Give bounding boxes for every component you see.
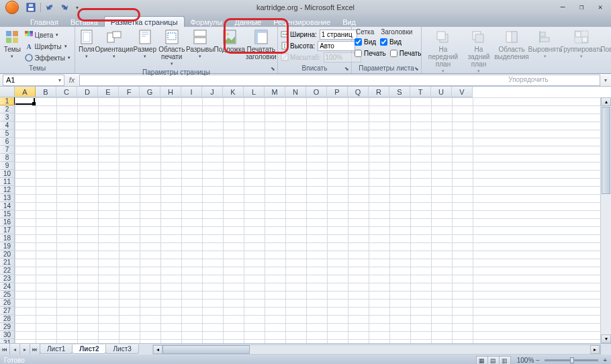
hscroll-thumb[interactable] [162, 345, 250, 354]
restore-button[interactable]: ❐ [573, 1, 590, 12]
row-header[interactable]: 24 [0, 283, 15, 291]
column-header[interactable]: S [389, 87, 410, 97]
row-header[interactable]: 23 [0, 275, 15, 283]
select-all-corner[interactable] [0, 87, 15, 97]
scroll-right-button[interactable]: ▸ [590, 345, 600, 354]
column-header[interactable]: P [327, 87, 348, 97]
size-button[interactable]: Размер▾ [133, 28, 157, 60]
cell-grid[interactable] [15, 97, 600, 343]
theme-effects-button[interactable]: Эффекты ▾ [23, 52, 72, 63]
page-layout-view-button[interactable]: ▤ [487, 356, 500, 365]
zoom-slider[interactable] [545, 359, 598, 361]
row-header[interactable]: 7 [0, 146, 15, 154]
row-header[interactable]: 9 [0, 162, 15, 170]
dialog-launcher-icon[interactable]: ⬊ [343, 65, 350, 72]
gridlines-view-checkbox[interactable]: Вид [355, 36, 376, 47]
print-area-button[interactable]: Область печати▾ [158, 28, 185, 68]
horizontal-scrollbar[interactable]: ◂ ▸ [152, 345, 600, 355]
sheet-tab[interactable]: Лист3 [105, 345, 138, 354]
minimize-button[interactable]: ─ [555, 1, 571, 12]
column-header[interactable]: L [244, 87, 265, 97]
ribbon-tab[interactable]: Вставка [64, 17, 104, 28]
normal-view-button[interactable]: ▦ [476, 356, 488, 365]
row-header[interactable]: 14 [0, 202, 15, 210]
row-header[interactable]: 5 [0, 130, 15, 138]
column-header[interactable]: A [15, 87, 36, 97]
tab-nav-first[interactable]: ⏮ [0, 344, 10, 355]
row-header[interactable]: 11 [0, 178, 15, 186]
row-header[interactable]: 3 [0, 113, 15, 122]
row-header[interactable]: 2 [0, 105, 15, 113]
ribbon-tab[interactable]: Вид [336, 17, 362, 28]
undo-icon[interactable] [45, 2, 56, 13]
row-header[interactable]: 29 [0, 323, 15, 331]
column-header[interactable]: B [36, 87, 56, 97]
scroll-up-button[interactable]: ▴ [601, 97, 611, 106]
column-header[interactable]: K [223, 87, 244, 97]
row-header[interactable]: 19 [0, 242, 15, 251]
row-header[interactable]: 25 [0, 291, 15, 299]
ribbon-tab[interactable]: Главная [24, 17, 64, 28]
tab-nav-prev[interactable]: ◂ [10, 344, 20, 355]
orientation-button[interactable]: Ориентация▾ [97, 28, 132, 60]
row-header[interactable]: 30 [0, 331, 15, 339]
row-header[interactable]: 21 [0, 259, 15, 267]
vscroll-thumb[interactable] [602, 107, 610, 194]
qat-customize-icon[interactable]: ▾ [72, 2, 83, 13]
zoom-in-button[interactable]: + [603, 357, 607, 364]
margins-button[interactable]: Поля▾ [78, 28, 95, 60]
column-header[interactable]: I [181, 87, 202, 97]
column-header[interactable]: E [98, 87, 119, 97]
column-header[interactable]: O [306, 87, 327, 97]
row-header[interactable]: 15 [0, 210, 15, 218]
row-header[interactable]: 20 [0, 251, 15, 259]
ribbon-tab[interactable]: Рецензирование [267, 17, 336, 28]
column-header[interactable]: H [160, 87, 181, 97]
dialog-launcher-icon[interactable]: ⬊ [413, 65, 420, 72]
fit-height-input[interactable] [318, 41, 355, 51]
row-header[interactable]: 10 [0, 170, 15, 178]
column-header[interactable]: R [369, 87, 389, 97]
scroll-down-button[interactable]: ▾ [601, 334, 611, 343]
fx-icon[interactable]: fx [64, 76, 79, 84]
row-header[interactable]: 4 [0, 122, 15, 130]
row-header[interactable]: 13 [0, 194, 15, 202]
row-header[interactable]: 28 [0, 315, 15, 323]
column-header[interactable]: G [140, 87, 160, 97]
column-header[interactable]: C [56, 87, 77, 97]
theme-colors-button[interactable]: Цвета ▾ [23, 30, 72, 40]
column-header[interactable]: T [410, 87, 431, 97]
row-header[interactable]: 31 [0, 339, 15, 343]
dialog-launcher-icon[interactable]: ⬊ [269, 65, 276, 72]
name-box[interactable]: A1▾ [3, 75, 64, 86]
scroll-left-button[interactable]: ◂ [153, 345, 162, 354]
page-break-view-button[interactable]: ▥ [499, 356, 511, 365]
row-header[interactable]: 8 [0, 154, 15, 162]
row-header[interactable]: 1 [0, 97, 15, 105]
ribbon-tab[interactable]: Формулы [185, 17, 229, 28]
column-header[interactable]: V [452, 87, 473, 97]
ribbon-tab[interactable]: Данные [228, 17, 267, 28]
column-header[interactable]: D [77, 87, 98, 97]
sheet-tab[interactable]: Лист1 [40, 345, 73, 354]
breaks-button[interactable]: Разрывы▾ [187, 28, 214, 60]
theme-fonts-button[interactable]: AШрифты ▾ [23, 41, 72, 52]
print-titles-button[interactable]: Печатать заголовки [246, 28, 277, 62]
column-header[interactable]: J [202, 87, 223, 97]
column-header[interactable]: F [119, 87, 140, 97]
column-header[interactable]: N [285, 87, 306, 97]
headings-print-checkbox[interactable]: Печать [390, 48, 422, 58]
office-button[interactable] [3, 0, 21, 15]
active-cell[interactable] [14, 97, 35, 105]
row-header[interactable]: 22 [0, 267, 15, 275]
column-header[interactable]: M [265, 87, 285, 97]
row-header[interactable]: 27 [0, 307, 15, 315]
column-header[interactable]: U [431, 87, 452, 97]
redo-icon[interactable] [58, 2, 69, 13]
row-header[interactable]: 18 [0, 234, 15, 242]
row-header[interactable]: 6 [0, 138, 15, 146]
headings-view-checkbox[interactable]: Вид [380, 36, 402, 47]
save-icon[interactable] [26, 2, 36, 13]
row-header[interactable]: 16 [0, 218, 15, 226]
vertical-scrollbar[interactable]: ▴ ▾ [600, 97, 611, 343]
